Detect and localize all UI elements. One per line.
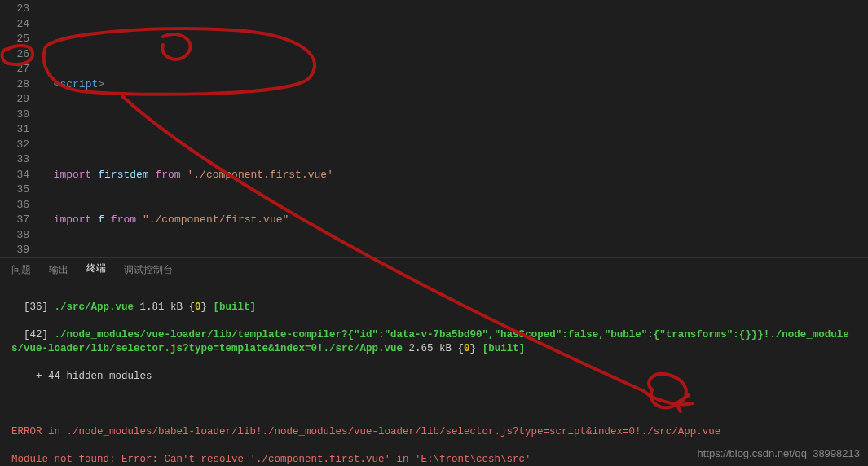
line-number: 29 — [0, 92, 29, 108]
line-number: 27 — [0, 62, 29, 77]
tab-terminal[interactable]: 终端 — [86, 262, 106, 279]
line-number: 34 — [0, 168, 29, 183]
tab-problems[interactable]: 问题 — [11, 263, 31, 277]
code-line: import firstdem from './component.first.… — [41, 168, 868, 183]
line-number: 33 — [0, 152, 29, 168]
panel-tabs: 问题 输出 终端 调试控制台 — [0, 257, 868, 282]
line-number: 26 — [0, 47, 29, 63]
terminal-line — [11, 398, 857, 411]
line-number: 23 — [0, 2, 29, 17]
terminal-output[interactable]: [36] ./src/App.vue 1.81 kB {0} [built] [… — [0, 282, 868, 466]
line-number: 39 — [0, 243, 29, 257]
line-number: 28 — [0, 77, 29, 93]
tab-debug-console[interactable]: 调试控制台 — [124, 263, 173, 277]
tab-output[interactable]: 输出 — [49, 263, 68, 277]
line-gutter: 23 24 25 26 27 28 29 30 31 32 33 34 35 3… — [0, 0, 41, 257]
terminal-line: [42] ./node_modules/vue-loader/lib/templ… — [11, 328, 857, 356]
line-number: 36 — [0, 198, 29, 213]
terminal-line: [36] ./src/App.vue 1.81 kB {0} [built] — [11, 301, 857, 314]
watermark: https://blog.csdn.net/qq_38998213 — [698, 447, 861, 459]
line-number: 32 — [0, 138, 29, 153]
code-line: <script> — [41, 77, 868, 93]
code-editor[interactable]: 23 24 25 26 27 28 29 30 31 32 33 34 35 3… — [0, 0, 868, 257]
line-number: 24 — [0, 17, 29, 33]
terminal-error: ERROR in ./node_modules/babel-loader/lib… — [11, 425, 857, 439]
terminal-line: + 44 hidden modules — [11, 370, 857, 384]
line-number: 31 — [0, 122, 29, 138]
code-line — [41, 122, 868, 138]
line-number: 37 — [0, 213, 29, 228]
code-content[interactable]: <script> import firstdem from './compone… — [41, 0, 868, 257]
line-number: 38 — [0, 228, 29, 244]
code-line: import f from "./component/first.vue" — [41, 213, 868, 228]
code-line — [41, 32, 868, 47]
line-number: 35 — [0, 182, 29, 198]
line-number: 30 — [0, 108, 29, 123]
line-number: 25 — [0, 32, 29, 47]
